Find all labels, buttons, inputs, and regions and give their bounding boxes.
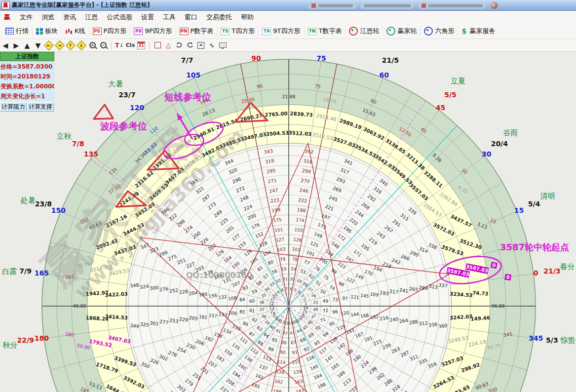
svg-text:46.88: 46.88 xyxy=(73,303,86,309)
svg-text:85: 85 xyxy=(239,309,246,314)
svg-text:289: 289 xyxy=(419,284,428,291)
target-red xyxy=(349,27,358,36)
svg-text:春分: 春分 xyxy=(560,262,575,271)
diamond-down-icon[interactable]: ↓ xyxy=(77,40,86,50)
menu-item-设置[interactable]: 设置 xyxy=(137,11,158,23)
toolbar-item-9T四方形[interactable]: T99T四方形 xyxy=(258,26,304,37)
svg-text:30: 30 xyxy=(482,150,492,158)
gann-wheel-svg: 1234567891011121314151617181920212223242… xyxy=(0,52,576,392)
svg-text:30: 30 xyxy=(290,276,295,281)
menu-item-帮助[interactable]: 帮助 xyxy=(236,11,258,23)
toolbar-separator xyxy=(111,41,112,50)
toolbar-separator xyxy=(149,41,150,50)
zoom-out-icon[interactable]: − xyxy=(98,40,108,50)
menu-item-公式选股[interactable]: 公式选股 xyxy=(102,11,137,23)
calc-support-button[interactable]: 计算支撑 xyxy=(27,102,54,112)
toolbar-label: 赢家轮 xyxy=(397,27,417,36)
diamond-right-icon[interactable]: → xyxy=(55,40,65,50)
svg-text:186: 186 xyxy=(273,389,282,392)
toolbar-label: 赢家服务 xyxy=(469,27,495,36)
svg-text:谷雨: 谷雨 xyxy=(503,128,518,137)
svg-text:79: 79 xyxy=(279,257,286,262)
svg-text:360: 360 xyxy=(438,322,447,329)
toolbar-item-板块[interactable]: 板块 xyxy=(32,26,61,37)
svg-text:7/9: 7/9 xyxy=(19,267,32,275)
svg-text:180: 180 xyxy=(35,334,49,342)
toolbar-item-K线[interactable]: K线 xyxy=(61,26,89,37)
toolbar-item-六角形[interactable]: 六角形 xyxy=(420,26,458,37)
price-row: 价格=3587.0300 xyxy=(0,62,54,71)
menu-item-文件[interactable]: 文件 xyxy=(15,11,37,23)
xbox-icon[interactable]: × xyxy=(196,40,206,50)
prev-icon[interactable]: ◀ xyxy=(0,40,10,50)
background-tab xyxy=(361,2,414,9)
toolbar-label: P四方形 xyxy=(104,27,127,36)
svg-text:66: 66 xyxy=(281,340,287,345)
window-title: 赢家江恩专业版[赢家服务平台] - [上证指数 江恩轮] xyxy=(12,1,150,9)
svg-text:22/9: 22/9 xyxy=(17,336,34,344)
drawing-toolbar: ◀▶▲▼←→↑↓+−T↓Cls21△×↔ xyxy=(0,39,576,52)
rotate-cw-icon[interactable] xyxy=(185,40,195,50)
svg-text:222: 222 xyxy=(298,197,307,203)
toolbar-item-T数字表[interactable]: TNT数字表 xyxy=(304,26,346,37)
svg-text:301: 301 xyxy=(150,320,159,326)
next-icon[interactable]: ▶ xyxy=(11,40,21,50)
menu-item-窗口[interactable]: 窗口 xyxy=(180,11,202,23)
svg-text:325: 325 xyxy=(140,321,149,328)
down-icon[interactable]: ▼ xyxy=(33,40,43,50)
svg-text:42: 42 xyxy=(282,330,288,335)
up-icon[interactable]: ▲ xyxy=(22,40,32,50)
svg-text:313: 313 xyxy=(428,283,438,290)
menu-item-工具[interactable]: 工具 xyxy=(158,11,180,23)
svg-text:349: 349 xyxy=(130,322,139,329)
svg-text:5/3: 5/3 xyxy=(546,336,558,344)
toolbar-label: 行情 xyxy=(16,27,29,36)
toolbar-item-赢家轮[interactable]: 赢家轮 xyxy=(383,26,420,37)
svg-text:清明: 清明 xyxy=(540,192,555,200)
background-tab xyxy=(419,2,486,9)
scale-icon[interactable]: ↔ xyxy=(207,40,217,50)
svg-text:288: 288 xyxy=(409,319,418,325)
svg-text:271: 271 xyxy=(268,178,277,184)
menu-item-交易委托[interactable]: 交易委托 xyxy=(202,11,236,23)
annotation-text: 3587轮中轮起点 xyxy=(500,242,569,252)
coef-row: 变换系数=1.00000 xyxy=(0,82,54,91)
calc-resistance-button[interactable]: 计算阻力 xyxy=(0,102,27,112)
svg-text:205: 205 xyxy=(189,315,198,321)
svg-text:247: 247 xyxy=(269,187,278,194)
rotate-ccw-icon[interactable] xyxy=(174,40,184,50)
app-window: 赢 赢家江恩专业版[赢家服务平台] - [上证指数 江恩轮] 赢 文件浏览资讯江… xyxy=(0,0,576,392)
svg-text:72: 72 xyxy=(322,308,329,314)
svg-text:5/5: 5/5 xyxy=(444,91,457,99)
badge-green: TN xyxy=(308,28,317,35)
cls-button[interactable]: Cls xyxy=(125,40,135,50)
toolbar-item-赢家服务[interactable]: $赢家服务 xyxy=(458,26,499,37)
toolbar-item-P数字表[interactable]: PNP数字表 xyxy=(176,26,217,37)
background-tab xyxy=(308,2,356,9)
svg-text:223: 223 xyxy=(270,197,279,203)
toolbar-item-P四方形[interactable]: PSP四方形 xyxy=(89,26,130,37)
svg-text:大暑: 大暑 xyxy=(108,79,123,88)
toolbar-item-行情[interactable]: 行情 xyxy=(2,26,32,37)
menu-item-浏览[interactable]: 浏览 xyxy=(37,11,59,23)
svg-text:73: 73 xyxy=(332,297,339,302)
screen-icon[interactable] xyxy=(218,40,228,50)
menu-item-江恩[interactable]: 江恩 xyxy=(80,11,102,23)
toolbar-item-江恩轮[interactable]: 江恩轮 xyxy=(345,26,383,37)
svg-text:21/3: 21/3 xyxy=(543,267,560,275)
target-blue xyxy=(424,27,433,36)
svg-text:229: 229 xyxy=(179,316,188,322)
square-tool-icon[interactable] xyxy=(153,40,162,50)
triangle-tool-icon[interactable]: △ xyxy=(163,40,173,50)
toolbar-item-T四方形[interactable]: TST四方形 xyxy=(217,26,258,37)
menu-item-资讯[interactable]: 资讯 xyxy=(59,11,80,23)
svg-text:84: 84 xyxy=(239,297,245,302)
diamond-left-icon[interactable]: ← xyxy=(44,40,54,50)
toolbar-label: 9P四方形 xyxy=(145,27,172,36)
diamond-up-icon[interactable]: ↑ xyxy=(66,40,76,50)
zoom-in-icon[interactable]: + xyxy=(87,40,97,50)
calendar-icon[interactable]: 21 xyxy=(136,40,146,50)
toolbar-label: 六角形 xyxy=(435,27,454,36)
t-adjust-icon[interactable]: T↓ xyxy=(115,40,124,50)
toolbar-item-9P四方形[interactable]: P99P四方形 xyxy=(130,26,175,37)
